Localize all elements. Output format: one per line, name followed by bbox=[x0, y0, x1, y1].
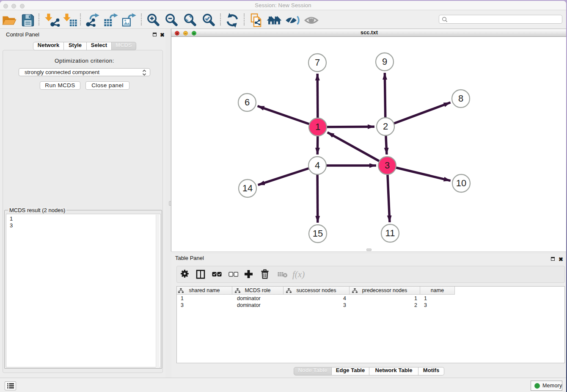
svg-text:6: 6 bbox=[245, 97, 250, 108]
svg-text:9: 9 bbox=[382, 56, 387, 67]
svg-text:2: 2 bbox=[383, 121, 388, 132]
svg-text:8: 8 bbox=[458, 93, 463, 104]
svg-text:3: 3 bbox=[385, 160, 390, 171]
svg-text:10: 10 bbox=[456, 178, 466, 188]
svg-text:4: 4 bbox=[315, 160, 320, 171]
svg-text:1: 1 bbox=[315, 121, 320, 132]
svg-text:14: 14 bbox=[242, 183, 253, 193]
svg-text:7: 7 bbox=[315, 57, 320, 68]
svg-text:11: 11 bbox=[385, 228, 395, 238]
svg-text:15: 15 bbox=[313, 228, 323, 239]
